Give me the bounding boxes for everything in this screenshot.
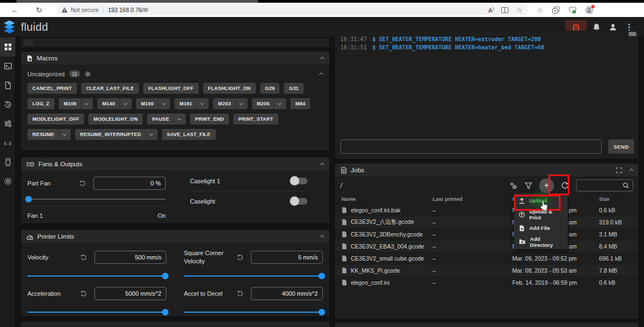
table-row[interactable]: CE3E3V2_EBA3_004.gcode – Mar. 10, 2023 -… [335, 240, 639, 252]
chevron-down-icon[interactable] [236, 98, 243, 109]
send-button[interactable]: SEND [608, 139, 634, 154]
limit-input[interactable]: 4000 mm/s^2 [251, 287, 323, 300]
scrollbar-thumb[interactable] [629, 32, 636, 36]
macro-button[interactable]: M205 [252, 98, 286, 109]
sidebar-item-jobs[interactable] [0, 76, 15, 95]
console-output[interactable]: 16:31:47$ SET_HEATER_TEMPERATURE HEATER=… [335, 31, 639, 56]
address-bar[interactable]: Not secure 192.168.0.76/#/ A) ☆ [56, 4, 528, 15]
read-aloud-icon[interactable]: A) [488, 7, 494, 14]
reset-icon[interactable] [79, 180, 86, 187]
chevron-down-icon[interactable] [158, 98, 165, 109]
table-row[interactable]: CE3E3V2_八边形.gcode – Mar. 12, 2023 - 04:5… [335, 216, 639, 228]
macro-button[interactable]: M109 [59, 98, 93, 109]
macro-button[interactable]: M140 [97, 98, 131, 109]
profile-avatar[interactable] [585, 6, 593, 14]
split-screen-icon[interactable] [501, 7, 508, 13]
column-header-last-printed[interactable]: Last printed [433, 196, 512, 202]
browser-essentials-icon[interactable] [569, 7, 576, 14]
fans-panel-header[interactable]: Fans & Outputs [21, 157, 329, 171]
limits-panel-header[interactable]: Printer Limits [21, 230, 329, 244]
chevron-down-icon[interactable] [59, 129, 66, 140]
sidebar-item-tune[interactable] [0, 114, 15, 133]
url-text[interactable]: 192.168.0.76/#/ [108, 7, 148, 13]
reset-icon[interactable] [80, 254, 87, 261]
sidebar-item-configure[interactable]: {...} [0, 133, 15, 153]
macro-button[interactable]: FLASHLIGHT_OFF [143, 83, 199, 94]
macro-button[interactable]: RESUME_INTERRUPTED [75, 129, 158, 140]
table-row[interactable]: CE3E3V2_small cube.gcode – Mar. 09, 2023… [335, 252, 639, 264]
favorites-icon[interactable]: ☆ [537, 6, 544, 14]
reset-icon[interactable] [237, 254, 243, 261]
caselight-toggle[interactable] [291, 198, 307, 205]
chevron-down-icon[interactable] [120, 98, 127, 109]
menu-item-add-file[interactable]: Add File [514, 221, 568, 235]
macro-button[interactable]: CLEAR_LAST_FILE [81, 83, 139, 94]
fullscreen-icon[interactable] [616, 167, 622, 173]
limit-slider[interactable] [184, 312, 323, 313]
part-fan-input[interactable]: 0 % [93, 177, 166, 190]
macro-button[interactable]: FLASHLIGHT_ON [203, 83, 256, 94]
table-row[interactable]: CE3E3V2_3DBenchy.gcode – Mar. 12, 2023 -… [335, 228, 639, 240]
category-settings-gear-icon[interactable] [85, 71, 91, 77]
menu-item-add-directory[interactable]: Add Directory [514, 235, 568, 249]
column-header-size[interactable]: Size [599, 196, 639, 202]
chevron-down-icon[interactable] [274, 98, 281, 109]
chevron-down-icon[interactable] [145, 129, 153, 140]
macro-button[interactable]: M190 [136, 98, 170, 109]
sidebar-item-console[interactable] [0, 57, 15, 76]
back-icon[interactable]: ← [8, 5, 22, 14]
table-row[interactable]: elegoo_conf.ini.bak – Mar. 15, 2023 - 04… [335, 204, 639, 216]
macro-button[interactable]: CANCEL_PRINT [27, 83, 77, 94]
table-row[interactable]: KK_MKS_Pi.gcode – Mar. 08, 2023 - 05:53 … [335, 264, 639, 276]
bookmark-star-icon[interactable]: ☆ [516, 6, 523, 14]
security-label[interactable]: Not secure [71, 7, 99, 13]
macro-button[interactable]: M203 [213, 98, 247, 109]
category-collapse-icon[interactable] [319, 72, 323, 77]
reset-icon[interactable] [237, 290, 243, 297]
collapse-icon[interactable] [320, 162, 324, 167]
fluidd-logo-icon[interactable] [4, 20, 15, 33]
chevron-down-icon[interactable] [173, 114, 181, 125]
collapse-icon[interactable] [320, 57, 324, 61]
collapse-icon[interactable] [629, 168, 634, 173]
macro-button[interactable]: MODLELIGHT_OFF [27, 114, 84, 125]
column-header-name[interactable]: Name [335, 196, 433, 202]
jobs-panel-header[interactable]: Jobs [335, 164, 639, 177]
breadcrumb-path[interactable]: / [340, 182, 342, 189]
search-input[interactable] [576, 179, 633, 191]
collapse-icon[interactable] [320, 235, 324, 239]
limit-slider[interactable] [184, 275, 323, 277]
limit-slider[interactable] [27, 312, 166, 313]
macro-button[interactable]: G29 [260, 83, 280, 94]
limit-input[interactable]: 5000 mm/s^2 [94, 287, 166, 300]
sidebar-item-settings[interactable] [0, 172, 15, 191]
chevron-down-icon[interactable] [197, 98, 204, 109]
macro-button[interactable]: SAVE_LAST_FILE [162, 129, 216, 140]
limit-input[interactable]: 5 mm/s [251, 251, 323, 264]
sidebar-item-system[interactable] [0, 153, 15, 172]
macro-button[interactable]: PAUSE [147, 114, 186, 125]
limit-input[interactable]: 500 mm/s [94, 251, 166, 264]
macro-button[interactable]: PRINT_START [233, 114, 278, 125]
caselight1-toggle[interactable] [291, 178, 307, 184]
macro-button[interactable]: RESUME [27, 129, 71, 140]
console-command-input[interactable] [340, 139, 602, 154]
macros-panel-header[interactable]: Macros [21, 52, 329, 65]
reset-icon[interactable] [80, 290, 87, 297]
sidebar-item-history[interactable] [0, 95, 15, 114]
limit-slider[interactable] [27, 275, 166, 277]
macro-button[interactable]: M191 [175, 98, 209, 109]
part-fan-slider[interactable] [27, 199, 166, 200]
chevron-down-icon[interactable] [81, 98, 88, 109]
macro-button[interactable]: MODLELIGHT_ON [88, 114, 143, 125]
macro-button[interactable]: LOG_Z [27, 98, 54, 109]
reload-icon[interactable]: ↻ [32, 5, 46, 14]
collections-icon[interactable] [552, 7, 560, 14]
table-row[interactable]: elegoo_conf.ini – Feb. 14, 2019 - 06:59 … [335, 276, 639, 288]
macro-button[interactable]: G31 [284, 83, 304, 94]
macro-button[interactable]: PRINT_END [190, 114, 229, 125]
sidebar-item-dashboard[interactable] [0, 37, 15, 57]
settings-icon[interactable] [509, 182, 518, 190]
macro-button[interactable]: M84 [290, 98, 310, 109]
filter-icon[interactable] [525, 182, 532, 189]
